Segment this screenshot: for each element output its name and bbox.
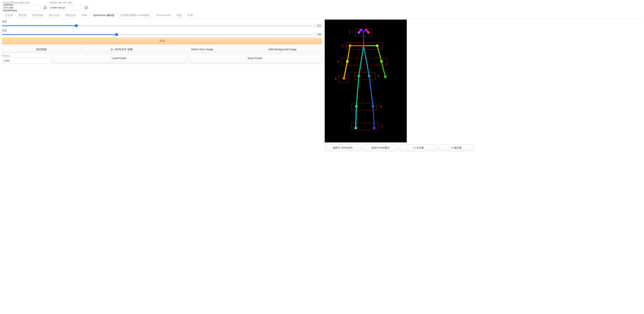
- annotation-label-6: 6: [380, 105, 382, 109]
- add-button[interactable]: 添加: [2, 38, 322, 45]
- annotation-box-5: [354, 73, 376, 80]
- width-slider[interactable]: [2, 24, 312, 28]
- svg-point-28: [384, 75, 387, 78]
- annotation-box-7: [352, 123, 378, 130]
- detect-button[interactable]: Detect from Image: [163, 46, 242, 53]
- svg-line-15: [369, 76, 373, 106]
- height-slider[interactable]: [2, 33, 312, 37]
- tab-0[interactable]: 文生图: [2, 12, 16, 19]
- tab-10[interactable]: 扩展: [185, 12, 196, 19]
- preset-value: 1234: [4, 59, 26, 62]
- height-value[interactable]: 768: [313, 33, 322, 37]
- refresh-icon: 🔄: [84, 6, 88, 9]
- preset-select[interactable]: 1234 ⌄: [2, 58, 50, 64]
- height-slider-block: 高度 768: [2, 29, 322, 37]
- to-img2img-button[interactable]: >> 图生图: [438, 144, 474, 151]
- refresh-icon: 🔄: [44, 6, 46, 9]
- tab-8[interactable]: Dreambooth: [153, 12, 174, 19]
- tab-3[interactable]: 图片信息: [46, 12, 62, 19]
- tab-2[interactable]: 附加功能: [30, 12, 46, 19]
- annotation-box-2: [346, 43, 382, 50]
- annotation-box-6: [352, 103, 376, 110]
- width-label: 宽度: [2, 20, 322, 24]
- load-json-button[interactable]: 从 JSON文件 加载: [82, 46, 161, 53]
- load-preset-button[interactable]: Load Preset: [52, 55, 186, 64]
- save-json-button[interactable]: 储存为 JSON文件: [325, 144, 361, 151]
- tab-5[interactable]: 训练: [79, 12, 90, 19]
- left-panel: 宽度 512 高度 768 添加 清空画面 从 JSON文件 加载 D: [2, 20, 322, 64]
- annotation-box-1: [355, 29, 372, 36]
- tab-4[interactable]: 模型合并: [62, 12, 79, 19]
- ckpt-group: Stable Diffusion 模型(ckpt) anything-v4.5.…: [2, 1, 41, 10]
- height-label: 高度: [2, 29, 322, 32]
- add-bg-button[interactable]: Add Background Image: [243, 46, 322, 53]
- to-txt2img-button[interactable]: >> 文生图: [400, 144, 436, 151]
- svg-line-12: [356, 76, 359, 106]
- width-value[interactable]: 512: [313, 24, 322, 28]
- clear-button[interactable]: 清空画面: [2, 46, 81, 53]
- vae-select[interactable]: model.vae.pt ⌄: [49, 5, 82, 10]
- ckpt-select[interactable]: anything-v4.5.ckpt [fbcf965a62] ⌄: [2, 5, 41, 10]
- vae-refresh-button[interactable]: 🔄: [84, 5, 89, 10]
- annotation-label-2: 2: [342, 44, 344, 48]
- annotation-label-1: 1: [349, 30, 351, 34]
- preset-column: Presets 1234 ⌄: [2, 55, 50, 64]
- save-png-button[interactable]: 保存为 PNG图片: [362, 144, 399, 151]
- annotation-label-3: 3: [337, 60, 339, 64]
- preset-label: Presets: [2, 55, 50, 57]
- vae-label: 模型的 VAE (SD VAE): [50, 1, 82, 5]
- chevron-down-icon: ⌄: [66, 7, 80, 9]
- chevron-down-icon: ⌄: [26, 60, 48, 62]
- vae-group: 模型的 VAE (SD VAE) model.vae.pt ⌄: [49, 1, 82, 10]
- tab-bar: 文生图图生图附加功能图片信息模型合并训练OpenPose 编辑器可选附加网络(L…: [2, 12, 642, 19]
- annotation-label-7: 7: [382, 125, 383, 129]
- annotation-label-4: 4: [335, 77, 336, 81]
- pose-canvas[interactable]: 1234567: [325, 20, 407, 142]
- tab-6[interactable]: OpenPose 编辑器: [90, 12, 117, 19]
- annotation-box-4: [338, 75, 349, 82]
- ckpt-value: anything-v4.5.ckpt [fbcf965a62]: [3, 3, 21, 12]
- ckpt-refresh-button[interactable]: 🔄: [42, 5, 48, 10]
- save-preset-button[interactable]: Save Preset: [188, 55, 322, 64]
- tab-7[interactable]: 可选附加网络(LoRA插件): [117, 12, 153, 19]
- right-panel: 1234567 储存为 JSON文件 保存为 PNG图片 >> 文生图 >> 图…: [324, 20, 642, 151]
- vae-value: model.vae.pt: [51, 6, 66, 9]
- annotation-box-3: [341, 58, 387, 65]
- header-bar: Stable Diffusion 模型(ckpt) anything-v4.5.…: [2, 1, 642, 10]
- tab-9[interactable]: 设置: [174, 12, 185, 19]
- chevron-down-icon: ⌄: [21, 7, 39, 9]
- tab-1[interactable]: 图生图: [16, 12, 30, 19]
- width-slider-block: 宽度 512: [2, 20, 322, 28]
- annotation-label-5: 5: [378, 74, 380, 78]
